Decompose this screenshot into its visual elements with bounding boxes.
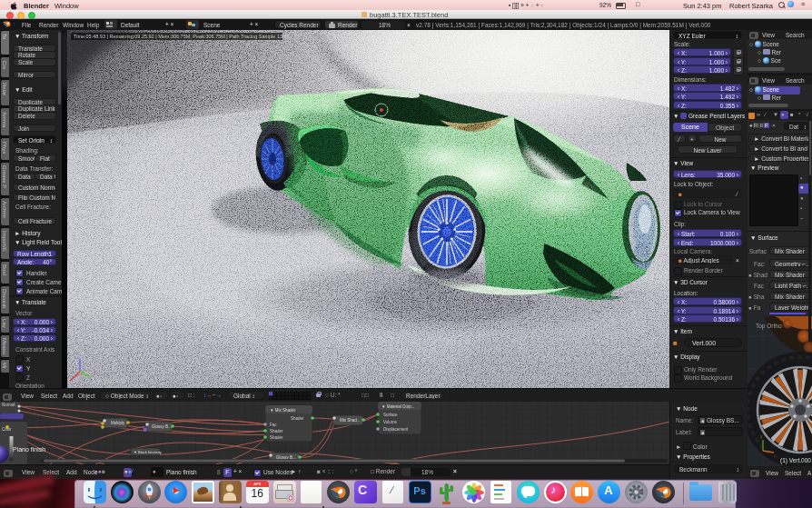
svg-text:Displacement: Displacement bbox=[383, 427, 409, 432]
svg-text:Top Ortho: Top Ortho bbox=[756, 323, 782, 330]
svg-text:Normal: Normal bbox=[2, 403, 15, 407]
svg-text:▼ Material Outp...: ▼ Material Outp... bbox=[381, 404, 414, 409]
svg-text:Shader: Shader bbox=[291, 416, 304, 421]
svg-text:▼ Block Intensity: ▼ Block Intensity bbox=[134, 450, 162, 454]
svg-text:Fac: Fac bbox=[270, 423, 277, 427]
svg-text:Shader: Shader bbox=[270, 429, 283, 433]
svg-text:Mix Shad...: Mix Shad... bbox=[340, 418, 361, 423]
svg-text:Surface: Surface bbox=[383, 413, 398, 417]
svg-text:Shader: Shader bbox=[270, 435, 283, 440]
svg-text:▼ Mix Shader: ▼ Mix Shader bbox=[270, 408, 296, 413]
svg-text:Multiply: Multiply bbox=[111, 421, 125, 425]
svg-text:Glossy B...: Glossy B... bbox=[152, 424, 172, 429]
svg-text:Piano finish: Piano finish bbox=[13, 446, 45, 453]
svg-text:Volume: Volume bbox=[383, 420, 398, 424]
